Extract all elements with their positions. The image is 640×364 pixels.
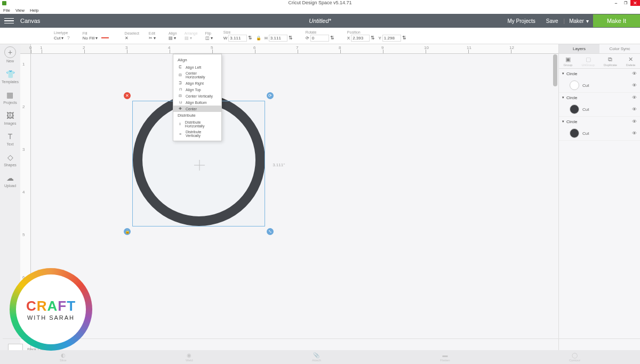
make-it-button[interactable]: Make It [593,14,640,27]
new-button[interactable]: +New [4,46,16,63]
bottom-layer-actions: ◐Slice ◉Weld 📎Attach ▬Flatten ◯Contour [0,350,640,364]
center-vertically-item[interactable]: ⊟Center Vertically [173,93,221,99]
position-x-input[interactable] [351,35,370,42]
deselect-button[interactable]: ✕ [125,36,139,41]
chevron-down-icon[interactable]: ▾ [562,95,564,100]
scale-handle[interactable]: ⤡ [267,228,274,235]
distribute-v-item[interactable]: ≡Distribute Vertically [173,129,221,139]
layer-item[interactable]: ▾Circle👁 Cut👁 [559,117,640,141]
machine-dropdown[interactable]: Maker ▾ [565,18,593,24]
menu-view[interactable]: View [15,8,25,13]
color-swatch[interactable] [570,104,579,114]
templates-button[interactable]: 👕Templates [2,69,19,84]
arrange-label: Arrange [185,31,198,35]
flip-label: Flip [205,31,213,35]
align-bottom-item[interactable]: ⊔Align Bottom [173,99,221,106]
center-horizontally-item[interactable]: ⊟Center Horizontally [173,70,221,80]
lock-handle[interactable]: 🔒 [124,228,131,235]
arrange-dropdown[interactable]: ▤ ▾ [185,36,198,41]
sidebar-tabs: Layers Color Sync [559,44,640,54]
dist-h-icon: ⫴ [178,122,182,126]
edit-label: Edit [149,31,156,35]
position-y-input[interactable] [382,35,401,42]
color-swatch[interactable] [570,80,579,90]
linetype-label: Linetype [54,31,70,35]
visibility-icon[interactable]: 👁 [632,107,637,112]
canvas-content[interactable]: ✕ ⟳ 🔒 ⤡ 3.111" Align ⊏Align Left ⊟Center… [31,54,558,364]
shapes-button[interactable]: ◇Shapes [4,152,17,167]
width-input[interactable] [228,35,247,42]
delete-icon: ✕ [628,56,633,63]
my-projects-link[interactable]: My Projects [502,18,540,24]
height-input[interactable] [269,35,287,42]
attach-button[interactable]: 📎Attach [312,352,321,362]
center-item[interactable]: ✚Center [173,106,221,112]
align-right-item[interactable]: ⊐Align Right [173,80,221,86]
chevron-down-icon[interactable]: ▾ [562,119,564,124]
rotate-input[interactable] [310,35,329,42]
group-button[interactable]: ▣Group [564,56,573,67]
center-h-icon: ⊟ [178,73,183,77]
distribute-header: Distribute [173,112,221,119]
flatten-button[interactable]: ▬Flatten [440,352,450,362]
top-bar: Canvas Untitled* My Projects Save | Make… [0,14,640,28]
layer-actions: ▣Group ▢UnGroup ⧉Duplicate ✕Delete [559,54,640,69]
layers-tab[interactable]: Layers [559,44,599,53]
projects-button[interactable]: ▦Projects [3,90,17,104]
save-link[interactable]: Save [541,18,564,24]
ungroup-button[interactable]: ▢UnGroup [581,56,594,67]
edit-dropdown[interactable]: ✂ ▾ [149,36,156,41]
linetype-select[interactable]: Cut ▾ ? [54,35,70,41]
delete-button[interactable]: ✕Delete [626,56,635,67]
visibility-icon[interactable]: 👁 [632,71,637,76]
align-header: Align [173,56,221,64]
deselect-label: Deselect [125,31,139,35]
align-dropdown-menu: Align ⊏Align Left ⊟Center Horizontally ⊐… [173,54,222,141]
visibility-icon[interactable]: 👁 [632,131,637,136]
menu-file[interactable]: File [3,8,10,13]
slice-button[interactable]: ◐Slice [60,352,67,362]
document-title[interactable]: Untitled* [309,18,331,24]
rotate-group: Rotate ⟳ ⇅ [303,28,337,44]
align-left-item[interactable]: ⊏Align Left [173,64,221,70]
menu-help[interactable]: Help [30,8,38,13]
duplicate-button[interactable]: ⧉Duplicate [604,56,617,67]
flip-dropdown[interactable]: ◫ ▾ [205,36,213,41]
align-bottom-icon: ⊔ [178,100,183,104]
rotate-handle[interactable]: ⟳ [267,92,274,99]
distribute-h-item[interactable]: ⫴Distribute Horizontally [173,119,221,129]
chevron-down-icon[interactable]: ▾ [562,71,564,76]
hamburger-icon[interactable] [4,17,14,25]
minimize-button[interactable] [611,0,621,6]
visibility-icon[interactable]: 👁 [632,95,637,100]
color-swatch[interactable] [570,128,579,138]
close-button[interactable] [630,0,640,6]
layer-item[interactable]: ▾Circle👁 Cut👁 [559,93,640,117]
shapes-icon: ◇ [5,152,15,162]
delete-handle[interactable]: ✕ [124,92,131,99]
upload-button[interactable]: ☁Upload [4,173,16,188]
visibility-icon[interactable]: 👁 [632,119,637,124]
duplicate-icon: ⧉ [608,56,612,63]
fill-none-icon [101,37,109,38]
maximize-button[interactable] [621,0,630,6]
upload-icon: ☁ [5,173,15,183]
layers-list: ▾Circle👁 Cut👁 ▾Circle👁 Cut👁 ▾Circle👁 Cut… [559,69,640,141]
align-top-item[interactable]: ⊓Align Top [173,86,221,93]
images-button[interactable]: 🖼Images [4,111,17,125]
templates-icon: 👕 [5,69,15,79]
visibility-icon[interactable]: 👁 [632,83,637,88]
lock-icon[interactable]: 🔒 [256,36,261,41]
colorsync-tab[interactable]: Color Sync [599,44,640,53]
align-top-icon: ⊓ [178,87,183,92]
align-dropdown[interactable]: ▤ ▾ [169,36,177,41]
vertical-scrollbar[interactable] [553,54,557,86]
weld-button[interactable]: ◉Weld [186,352,193,362]
fill-select[interactable]: No Fill ▾ [83,36,109,41]
align-right-icon: ⊐ [178,81,183,85]
layer-item[interactable]: ▾Circle👁 Cut👁 [559,69,640,93]
contour-button[interactable]: ◯Contour [569,352,580,362]
canvas-area[interactable]: 0 1 2 3 4 5 6 7 8 9 10 11 12 1 2 3 4 5 6… [20,44,558,364]
contour-icon: ◯ [572,352,578,358]
text-button[interactable]: TText [5,132,15,146]
